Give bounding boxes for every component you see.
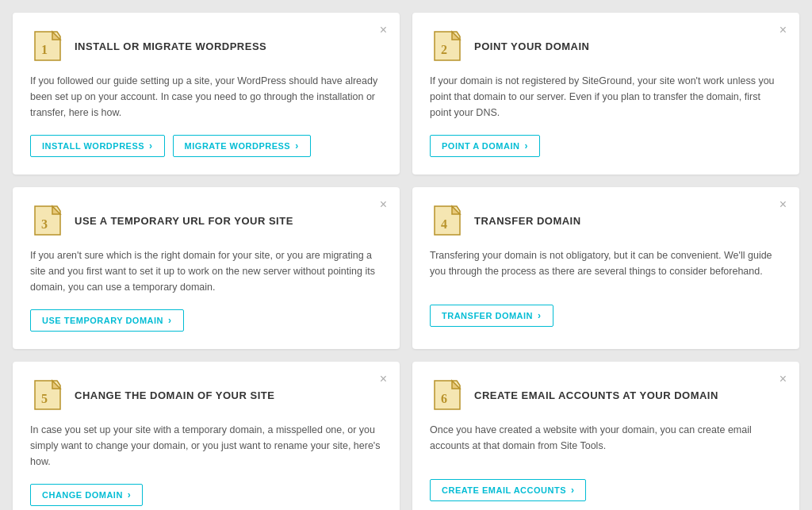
card-5-title: CHANGE THE DOMAIN OF YOUR SITE [75, 389, 274, 401]
svg-text:2: 2 [441, 43, 447, 56]
card-1-close-button[interactable]: × [380, 24, 387, 36]
install-wordpress-button[interactable]: INSTALL WORDPRESS› [30, 135, 165, 157]
migrate-wordpress-button-label: MIGRATE WORDPRESS [185, 141, 291, 151]
change-domain-button-label: CHANGE DOMAIN [42, 490, 123, 500]
transfer-domain-button-label: TRANSFER DOMAIN [442, 311, 533, 320]
card-5-buttons: CHANGE DOMAIN› [30, 484, 382, 506]
svg-text:6: 6 [441, 392, 447, 405]
card-3-title: USE A TEMPORARY URL FOR YOUR SITE [75, 215, 293, 227]
card-6-body: Once you have created a website with you… [430, 422, 782, 465]
card-6-title: CREATE EMAIL ACCOUNTS AT YOUR DOMAIN [474, 389, 718, 401]
svg-text:3: 3 [41, 217, 48, 231]
transfer-domain-button-chevron-icon: › [538, 310, 542, 321]
card-6: × 6 CREATE EMAIL ACCOUNTS AT YOUR DOMAIN… [412, 362, 799, 510]
card-5-header: 5 CHANGE THE DOMAIN OF YOUR SITE [30, 378, 382, 412]
card-1: × 1 INSTALL OR MIGRATE WORDPRESSIf you f… [13, 13, 400, 174]
migrate-wordpress-button[interactable]: MIGRATE WORDPRESS› [173, 135, 311, 157]
svg-text:1: 1 [41, 43, 48, 56]
card-5: × 5 CHANGE THE DOMAIN OF YOUR SITEIn cas… [13, 362, 400, 510]
card-4-header: 4 TRANSFER DOMAIN [430, 203, 782, 238]
card-3-buttons: USE TEMPORARY DOMAIN› [30, 309, 382, 332]
cards-grid: × 1 INSTALL OR MIGRATE WORDPRESSIf you f… [13, 13, 799, 510]
card-4: × 4 TRANSFER DOMAINTransfering your doma… [412, 187, 799, 349]
card-5-body: In case you set up your site with a temp… [30, 422, 382, 470]
use-temporary-domain-button-chevron-icon: › [168, 315, 172, 326]
card-5-close-button[interactable]: × [380, 373, 387, 385]
point-a-domain-button-chevron-icon: › [524, 140, 528, 151]
card-3: × 3 USE A TEMPORARY URL FOR YOUR SITEIf … [13, 187, 400, 349]
install-wordpress-button-label: INSTALL WORDPRESS [42, 141, 144, 151]
card-4-title: TRANSFER DOMAIN [474, 215, 581, 227]
card-6-icon: 6 [430, 378, 465, 412]
install-wordpress-button-chevron-icon: › [149, 140, 153, 151]
point-a-domain-button[interactable]: POINT A DOMAIN› [430, 135, 540, 157]
card-3-close-button[interactable]: × [380, 198, 387, 211]
card-4-buttons: TRANSFER DOMAIN› [430, 305, 782, 327]
card-6-header: 6 CREATE EMAIL ACCOUNTS AT YOUR DOMAIN [430, 378, 782, 412]
card-5-icon: 5 [30, 378, 65, 412]
use-temporary-domain-button-label: USE TEMPORARY DOMAIN [42, 316, 163, 325]
card-6-buttons: CREATE EMAIL ACCOUNTS› [430, 479, 782, 501]
svg-text:5: 5 [41, 392, 48, 405]
card-1-body: If you followed our guide setting up a s… [30, 73, 382, 121]
change-domain-button[interactable]: CHANGE DOMAIN› [30, 484, 143, 506]
card-2-icon: 2 [430, 29, 465, 63]
create-email-accounts-button-label: CREATE EMAIL ACCOUNTS [442, 485, 566, 495]
card-4-close-button[interactable]: × [779, 198, 787, 211]
card-2-close-button[interactable]: × [779, 24, 787, 36]
card-3-header: 3 USE A TEMPORARY URL FOR YOUR SITE [30, 203, 382, 238]
card-1-icon: 1 [30, 29, 65, 63]
point-a-domain-button-label: POINT A DOMAIN [442, 141, 519, 151]
card-6-close-button[interactable]: × [779, 373, 787, 385]
svg-text:4: 4 [441, 217, 447, 231]
card-2-header: 2 POINT YOUR DOMAIN [430, 29, 782, 63]
card-2-body: If your domain is not registered by Site… [430, 73, 782, 121]
card-4-icon: 4 [430, 203, 465, 238]
change-domain-button-chevron-icon: › [128, 489, 132, 500]
transfer-domain-button[interactable]: TRANSFER DOMAIN› [430, 305, 553, 327]
card-1-buttons: INSTALL WORDPRESS›MIGRATE WORDPRESS› [30, 135, 382, 157]
migrate-wordpress-button-chevron-icon: › [295, 140, 299, 151]
create-email-accounts-button-chevron-icon: › [571, 485, 575, 496]
use-temporary-domain-button[interactable]: USE TEMPORARY DOMAIN› [30, 309, 184, 332]
card-1-header: 1 INSTALL OR MIGRATE WORDPRESS [30, 29, 382, 63]
card-3-body: If you aren't sure which is the right do… [30, 247, 382, 295]
create-email-accounts-button[interactable]: CREATE EMAIL ACCOUNTS› [430, 479, 586, 501]
card-2: × 2 POINT YOUR DOMAINIf your domain is n… [412, 13, 799, 174]
card-4-body: Transfering your domain is not obligator… [430, 247, 782, 290]
card-1-title: INSTALL OR MIGRATE WORDPRESS [75, 40, 266, 52]
card-3-icon: 3 [30, 203, 65, 238]
card-2-title: POINT YOUR DOMAIN [474, 40, 590, 52]
card-2-buttons: POINT A DOMAIN› [430, 135, 782, 157]
